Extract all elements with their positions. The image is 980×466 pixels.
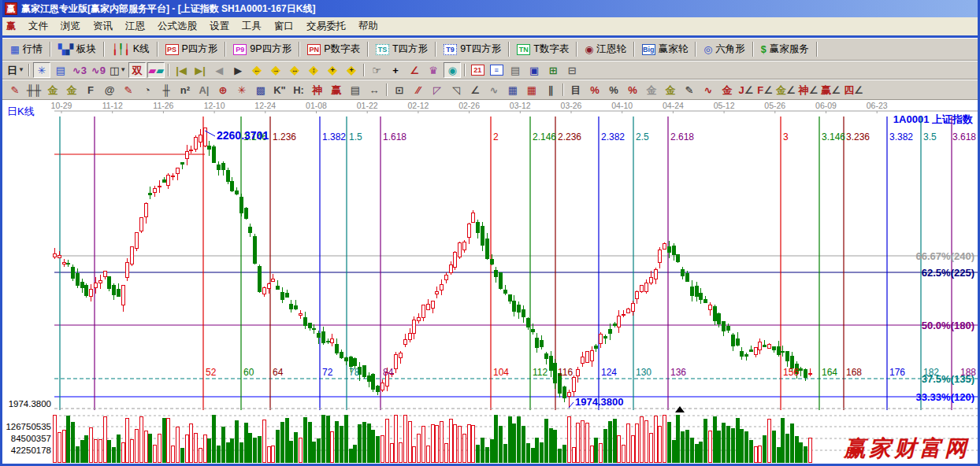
p-table-button[interactable]: PNP数字表	[303, 40, 365, 58]
jump-right[interactable]: ◆→	[267, 62, 284, 78]
fan-box-tool[interactable]: ◸	[429, 82, 446, 98]
percent-red-tool[interactable]: %	[586, 82, 603, 98]
percent-tool[interactable]: %	[605, 82, 622, 98]
period-selector[interactable]: 日▼	[6, 62, 25, 78]
angle-lines-tool[interactable]: ∠	[466, 82, 484, 98]
stats-table-tool[interactable]: 目	[567, 82, 585, 98]
angle-tool[interactable]: ∠	[406, 62, 423, 78]
gold-under-tool[interactable]: 金	[718, 82, 736, 98]
9t-square-button[interactable]: T99T四方形	[439, 40, 506, 58]
kline-button[interactable]: ╽╿╽K线	[107, 40, 154, 58]
shen-tool[interactable]: 神	[309, 82, 326, 98]
square-grid-tool[interactable]: ▩	[252, 82, 269, 98]
time-comb-tool[interactable]: ╫╫	[25, 82, 43, 98]
gold-angle-tool[interactable]: 金∠	[775, 82, 796, 98]
menu-5[interactable]: 设置	[203, 18, 236, 35]
shen-angle-tool[interactable]: 神∠	[798, 82, 819, 98]
gold-lines-tool[interactable]: 金	[662, 82, 679, 98]
grid-arrow-tool[interactable]: ▦	[523, 82, 540, 98]
menu-3[interactable]: 江恩	[119, 18, 151, 35]
f-fence-tool[interactable]: F	[82, 82, 99, 98]
wave-tool[interactable]: ∿	[485, 82, 503, 98]
wave-3-tool[interactable]: ∿3	[71, 62, 88, 78]
pan-hand[interactable]: ☞	[368, 62, 385, 78]
winner-wheel-button[interactable]: Big赢家轮	[637, 40, 693, 58]
fan-lines-tool[interactable]: ∕∕	[410, 82, 427, 98]
9p-square-button[interactable]: P99P四方形	[228, 40, 296, 58]
a-line-tool[interactable]: A|	[195, 82, 213, 98]
menu-9[interactable]: 帮助	[352, 18, 384, 35]
nav-last[interactable]: ▶|	[191, 62, 209, 78]
net-update-tool[interactable]: ⊞	[544, 62, 562, 78]
t-square-button[interactable]: TST四方形	[371, 40, 432, 58]
pencil-ruler-tool[interactable]: ✎	[120, 82, 137, 98]
ruler-123-tool[interactable]: ▤	[347, 82, 364, 98]
quotes-button[interactable]: ▦行情	[6, 40, 47, 58]
child-window-icon[interactable]: 赢	[5, 20, 17, 32]
menu-4[interactable]: 公式选股	[151, 18, 203, 35]
box-handles-tool[interactable]: ⊡	[391, 82, 408, 98]
ying-angle-tool[interactable]: 赢∠	[820, 82, 841, 98]
gann-marker[interactable]: ♛	[425, 62, 442, 78]
nav-first[interactable]: |◀	[173, 62, 190, 78]
ying-tool[interactable]: 赢	[328, 82, 345, 98]
zoom-all[interactable]: ◆+	[343, 62, 360, 78]
calendar-tool[interactable]: 21	[469, 62, 486, 78]
f-angle-tool[interactable]: F∠	[756, 82, 774, 98]
gold-fence-2[interactable]: 金	[63, 82, 80, 98]
jump-left[interactable]: ◆←	[248, 62, 265, 78]
sectors-button[interactable]: ▚▞板块	[54, 40, 101, 58]
menu-8[interactable]: 交易委托	[300, 18, 352, 35]
zoom-in[interactable]: ◆+	[324, 62, 341, 78]
calculator-tool[interactable]: ≡	[488, 62, 505, 78]
j-angle-tool[interactable]: J∠	[737, 82, 755, 98]
parallel-lines-tool[interactable]: ∥	[542, 82, 559, 98]
si-angle-tool[interactable]: 四∠	[843, 82, 864, 98]
save-tool[interactable]: ▣	[525, 62, 543, 78]
circle-cross-tool[interactable]: ⊕	[214, 82, 232, 98]
wave-channel-tool[interactable]: ∿	[700, 82, 717, 98]
print-tool[interactable]: ⊟	[563, 62, 581, 78]
service-button[interactable]: $赢家服务	[756, 40, 814, 58]
menu-0[interactable]: 文件	[22, 18, 54, 35]
notebook-tool[interactable]: ▤	[507, 62, 524, 78]
candle-style[interactable]: ◫▼	[109, 62, 127, 78]
menu-7[interactable]: 窗口	[268, 18, 300, 35]
spiral-tool[interactable]: @	[101, 82, 118, 98]
comb-tool[interactable]: ╫	[158, 82, 175, 98]
t-table-button[interactable]: TNT数字表	[512, 40, 574, 58]
pencil-mark-tool[interactable]: ✎	[681, 82, 698, 98]
percent-under-tool[interactable]: %	[624, 82, 641, 98]
n2-tool[interactable]: n²	[176, 82, 194, 98]
wave-9-tool[interactable]: ∿9	[90, 62, 107, 78]
neural-tool[interactable]: ◉	[444, 62, 461, 78]
title-bar[interactable]: 赢 赢家江恩专业版[赢家内部服务平台] - [上证指数 SH1A0001-167…	[2, 0, 978, 17]
k-quote-tool[interactable]: K"	[271, 82, 288, 98]
h-dots-tool[interactable]: H:	[290, 82, 307, 98]
gold-fence-1[interactable]: 金	[44, 82, 61, 98]
crosshair[interactable]: +	[387, 62, 404, 78]
gold-circle-tool[interactable]: 金	[643, 82, 660, 98]
expand-horizontal[interactable]: ◆↔	[286, 62, 303, 78]
menu-1[interactable]: 浏览	[54, 18, 87, 35]
nav-prev[interactable]: ◀	[210, 62, 228, 78]
menu-6[interactable]: 工具	[236, 18, 268, 35]
nav-next[interactable]: ▶	[229, 62, 247, 78]
gann-wheel-button[interactable]: ◉江恩轮	[580, 40, 630, 58]
overlay-chart[interactable]: ✳	[33, 62, 50, 78]
clock-cycle-tool[interactable]: ◔	[139, 82, 156, 98]
expand-vertical[interactable]: ◆↕	[305, 62, 322, 78]
kline-chart-canvas[interactable]: 10-2911-1211-2612-1012-2401-0801-2202-12…	[2, 100, 978, 464]
chart-area[interactable]: 10-2911-1211-2612-1012-2401-0801-2202-12…	[2, 100, 978, 464]
grid-tool[interactable]: ▦	[504, 82, 522, 98]
star-grid-tool[interactable]: ✳	[233, 82, 251, 98]
gann-figure[interactable]: 双	[128, 62, 146, 78]
hexagon-button[interactable]: ◎六角形	[699, 40, 749, 58]
width-arrow-tool[interactable]: ↔	[366, 82, 383, 98]
fan-square-tool[interactable]: ◹	[447, 82, 465, 98]
info-document[interactable]: ▤	[52, 62, 69, 78]
pencil-tool[interactable]: ✎	[6, 82, 24, 98]
p-square-button[interactable]: PSP四方形	[161, 40, 223, 58]
volume-distribution[interactable]: ▰▰	[147, 62, 165, 78]
menu-2[interactable]: 资讯	[87, 18, 119, 35]
